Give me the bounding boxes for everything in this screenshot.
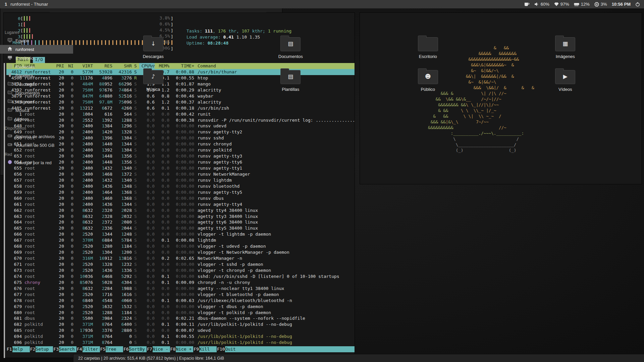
sidebar-item-label: Recientes <box>15 64 35 69</box>
sidebar-item-label: runforrest <box>15 47 34 52</box>
sidebar-item-label: Papelera <box>15 73 33 78</box>
file-label: Público <box>421 87 435 92</box>
drive-icon <box>7 142 12 148</box>
sidebar-item-im-genes[interactable]: Imágenes <box>0 97 73 106</box>
memory-module[interactable]: 12% <box>574 2 590 7</box>
sidebar-item-v-deos[interactable]: Vídeos <box>0 115 73 123</box>
folder-emblem: ▦ <box>555 40 575 47</box>
sidebar-item-runforrest[interactable]: runforrest <box>0 45 73 54</box>
cpu-percent: 0.6% <box>160 21 170 26</box>
sidebar-item-escritorio[interactable]: Escritorio <box>0 54 73 62</box>
file-label: Plantillas <box>282 87 299 92</box>
folder-icon <box>7 81 12 87</box>
meter-label: 1 <box>6 22 20 27</box>
network-icon <box>7 160 12 166</box>
sidebar-item-label: Equipo <box>15 38 29 43</box>
cpu-module[interactable]: 3% <box>594 2 607 7</box>
file-label: Imágenes <box>556 54 575 59</box>
file-label: Música <box>146 87 160 92</box>
folder-icon: ▤ <box>280 37 301 51</box>
desktop: 1 runforrest - Thunar 60% 97% 12% 3% 1 <box>0 0 644 362</box>
coffee-icon[interactable] <box>524 2 530 6</box>
sidebar-item-documentos[interactable]: Documentos <box>0 88 73 97</box>
home-icon <box>7 46 12 52</box>
desktop-icon <box>7 55 12 61</box>
cpu-meter: 0[3.8%] <box>6 15 355 21</box>
sidebar-section-dispositivos: Dispositivos <box>0 123 73 132</box>
folder-emblem: ☻ <box>418 73 438 80</box>
workspace-indicator[interactable]: 1 <box>0 2 10 7</box>
power-icon[interactable] <box>635 2 640 7</box>
sidebar-item-label: Escritorio <box>15 56 34 61</box>
bracket: ] <box>171 22 173 27</box>
folder-emblem: ▤ <box>281 73 300 80</box>
sidebar-section-red: Red <box>0 149 73 158</box>
file-label: Escritorio <box>419 54 437 59</box>
sidebar-item-recientes[interactable]: Recientes <box>0 62 73 71</box>
file-item-v-deos[interactable]: ▶Vídeos <box>497 68 634 92</box>
folder-icon <box>7 107 12 113</box>
status-bar-thunar: 22 carpetas | 20 archivos: 515,4 KiB (52… <box>73 354 644 362</box>
folder-icon: ▤ <box>280 70 301 84</box>
cpu-value: 3% <box>601 2 607 7</box>
meter-body: 0.6% <box>23 21 171 27</box>
volume-icon <box>534 2 539 6</box>
bracket: [ <box>20 16 23 21</box>
folder-emblem: ↓ <box>144 40 163 47</box>
clock: 10:56 PM <box>612 2 631 7</box>
memory-icon <box>574 2 579 6</box>
file-item-plantillas[interactable]: ▤Plantillas <box>222 68 360 92</box>
battery-value: 97% <box>560 2 569 7</box>
meter-bar <box>29 16 30 21</box>
folder-icon: ↓ <box>143 37 163 51</box>
file-item-descargas[interactable]: ↓Descargas <box>85 35 222 59</box>
cpu-meter: 1[0.6%] <box>6 21 355 27</box>
volume-module[interactable]: 60% <box>534 2 549 7</box>
meter-bar <box>24 22 25 27</box>
folder-icon: ♪ <box>143 70 163 84</box>
folder-emblem: ▤ <box>281 40 300 47</box>
sidebar-item-descargas[interactable]: Descargas <box>0 80 73 88</box>
system-tray: 60% 97% 12% 3% 10:56 PM <box>524 2 644 7</box>
meter-label: 0 <box>6 16 20 21</box>
battery-module[interactable]: 97% <box>554 2 569 7</box>
file-item-im-genes[interactable]: ▦Imágenes <box>497 35 634 59</box>
sidebar-item-label: Vídeos <box>15 117 29 122</box>
trash-icon <box>7 72 12 78</box>
folder-icon <box>7 90 12 96</box>
sidebar-item-m-sica[interactable]: Música <box>0 106 73 115</box>
cpu-percent: 3.8% <box>160 15 170 20</box>
computer-icon <box>7 38 12 44</box>
status-bar: 1 runforrest - Thunar 60% 97% 12% 3% 1 <box>0 0 644 8</box>
sidebar-item-navegar-por-la-red[interactable]: Navegar por la red <box>0 158 73 167</box>
folder-icon <box>7 99 12 105</box>
folder-icon <box>418 37 438 51</box>
file-item-escritorio[interactable]: Escritorio <box>359 35 497 59</box>
meter-bar <box>24 16 25 21</box>
sidebar-item-label: Navegar por la red <box>15 160 52 165</box>
meter-bar <box>26 16 28 21</box>
cpu-bars <box>24 16 32 21</box>
cpu-bars <box>24 22 26 27</box>
file-item-p-blico[interactable]: ☻Público <box>359 68 497 92</box>
sidebar-item-label: Volumen de 500 GB <box>15 143 54 148</box>
sidebar-item-volumen-de-500-gb[interactable]: Volumen de 500 GB <box>0 141 73 149</box>
cpu-icon <box>594 2 599 7</box>
file-item-m-sica[interactable]: ♪Música <box>85 68 222 92</box>
meter-body: 3.8% <box>23 15 171 21</box>
file-grid: ↓Descargas▤DocumentosEscritorio▦Imágenes… <box>73 27 644 92</box>
file-item-documentos[interactable]: ▤Documentos <box>222 35 360 59</box>
folder-emblem: ▶ <box>555 73 575 80</box>
volume-value: 60% <box>541 2 549 7</box>
recent-icon <box>7 64 12 70</box>
battery-icon <box>554 2 559 6</box>
sidebar-item-papelera[interactable]: Papelera <box>0 71 73 80</box>
sidebar-item-equipo[interactable]: Equipo <box>0 36 73 45</box>
sidebar: LugaresEquiporunforrestEscritorioRecient… <box>0 27 73 362</box>
window-title: runforrest - Thunar <box>10 2 48 7</box>
file-label: Documentos <box>278 54 303 59</box>
sidebar-item-sistema-de-archivos[interactable]: Sistema de archivos <box>0 132 73 141</box>
sidebar-item-label: Descargas <box>15 82 36 87</box>
status-text: 22 carpetas | 20 archivos: 515,4 KiB (52… <box>78 356 224 361</box>
file-view: ↓Descargas▤DocumentosEscritorio▦Imágenes… <box>73 27 644 354</box>
